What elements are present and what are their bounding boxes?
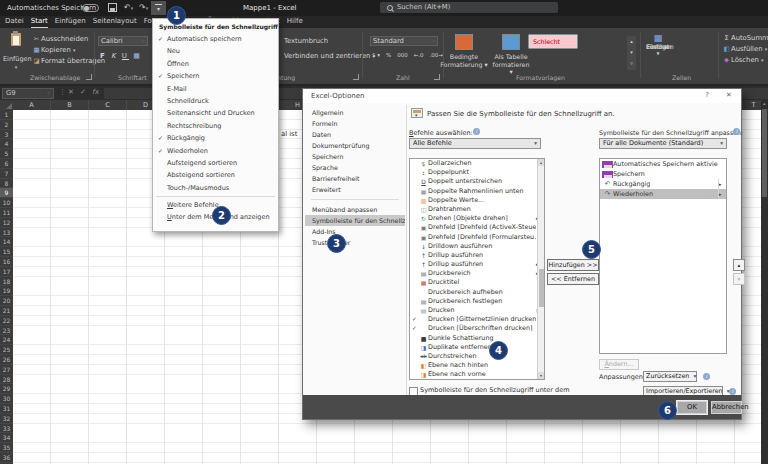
sidebar-item[interactable]: Trust Center (305, 237, 405, 248)
command-item[interactable]: ▥Doppelte Werte... (410, 196, 544, 205)
insert-function-icon[interactable]: fx (92, 88, 99, 96)
scrollbar-thumb[interactable] (539, 269, 544, 307)
sidebar-item[interactable]: Dokumentprüfung (305, 140, 405, 151)
confirm-entry-icon[interactable]: ✓ (80, 88, 86, 96)
row-header[interactable]: 18 (0, 277, 13, 287)
row-header[interactable]: 30 (0, 394, 13, 404)
row-header[interactable]: 14 (0, 237, 13, 247)
editing-button[interactable]: ◈Löschen ▾ (722, 55, 768, 66)
row-header[interactable]: 26 (0, 355, 13, 365)
row-header[interactable]: 32 (0, 414, 13, 424)
move-down-button[interactable]: ▾ (733, 273, 745, 285)
row-header[interactable]: 11 (0, 208, 13, 218)
vertical-scrollbar[interactable]: ▴ (761, 100, 768, 464)
italic-button[interactable]: K (111, 52, 118, 60)
cells-button[interactable]: ▦Format▾ (646, 33, 670, 56)
row-header[interactable]: 6 (0, 159, 13, 169)
customize-qat-select[interactable]: Für alle Dokumente (Standard)▾ (599, 138, 727, 149)
row-header[interactable]: 17 (0, 267, 13, 277)
styles-scroll-arrow[interactable]: ▿ (627, 58, 636, 69)
command-item[interactable]: ✓Drucken [Überschriften drucken] (410, 324, 544, 333)
row-header[interactable]: 9 (0, 188, 13, 198)
move-up-button[interactable]: ▴ (733, 259, 745, 271)
row-header[interactable]: 35 (0, 443, 13, 453)
styles-gallery-scroll[interactable]: ▴▾▿ (627, 36, 636, 70)
row-header[interactable]: 13 (0, 228, 13, 238)
row-header[interactable]: 12 (0, 218, 13, 228)
number-format-icon[interactable]: % (386, 52, 391, 58)
row-header[interactable]: 5 (0, 149, 13, 159)
help-button[interactable]: ? (699, 91, 715, 99)
sidebar-item[interactable]: Add-Ins (305, 226, 405, 237)
cell-style-item[interactable]: Schlecht (530, 36, 576, 47)
row-header[interactable]: 22 (0, 316, 13, 326)
row-header[interactable]: 21 (0, 306, 13, 316)
borders-button[interactable]: ▦ (133, 52, 142, 60)
command-item[interactable]: Druckbereich aufheben (410, 288, 544, 297)
row-header[interactable]: 7 (0, 169, 13, 179)
row-header[interactable]: 31 (0, 404, 13, 414)
number-format-icon[interactable]: $ ▾ (372, 52, 380, 58)
command-item[interactable]: ▤Druckbereich festlegen (410, 297, 544, 306)
alignment-dialog-launcher[interactable] (353, 74, 359, 80)
menu-item[interactable]: ✓Speichern (153, 70, 278, 82)
format-as-table-button[interactable]: Als Tabelleformatieren ▾ (490, 53, 532, 76)
row-header[interactable]: 33 (0, 424, 13, 434)
command-item[interactable]: ↓Drilldown ausführen (410, 242, 544, 251)
qat-item[interactable]: ↷Wiederholen▸ (600, 189, 726, 199)
scroll-up-icon[interactable]: ▴ (538, 159, 544, 166)
close-icon[interactable]: ✕ (721, 91, 737, 99)
cancel-entry-icon[interactable]: ✕ (68, 88, 74, 96)
search-box[interactable]: Suchen (Alt+M) (380, 2, 558, 13)
column-header[interactable]: B (51, 100, 89, 110)
reset-button[interactable]: Zurücksetzen ▾ (643, 371, 697, 382)
underline-button[interactable]: U (122, 52, 129, 60)
modify-button[interactable]: Ändern... (599, 359, 639, 370)
ok-button[interactable]: OK (677, 401, 707, 414)
ribbon-tab[interactable]: Einfügen (55, 16, 86, 28)
sidebar-item[interactable]: Erweitert (305, 184, 405, 195)
menu-item[interactable]: ✓Automatisch speichern (153, 33, 278, 45)
row-header[interactable]: 28 (0, 375, 13, 385)
number-dialog-launcher[interactable] (434, 74, 440, 80)
command-item[interactable]: ▣Drehfeld [Drehfeld (Formularsteu... (410, 233, 544, 242)
ribbon-tab[interactable]: Datei (5, 16, 24, 28)
command-item[interactable]: ▤Druckbereich▸ (410, 269, 544, 278)
row-header[interactable]: 4 (0, 139, 13, 149)
command-item[interactable]: DDoppelt unterstreichen (410, 177, 544, 186)
row-header[interactable]: 10 (0, 198, 13, 208)
menu-item[interactable]: Öffnen (153, 58, 278, 70)
sidebar-item[interactable]: Daten (305, 129, 405, 140)
command-item[interactable]: ◨Ebene nach vorne (410, 370, 544, 379)
bold-button[interactable]: F (100, 52, 107, 60)
command-item[interactable]: ▣Drehfeld [Drehfeld (ActiveX-Steue... (410, 223, 544, 232)
command-item[interactable]: $Dollarzeichen (410, 159, 544, 168)
sidebar-item[interactable]: Barrierefreiheit (305, 173, 405, 184)
scrollbar-thumb[interactable] (762, 109, 767, 197)
row-header[interactable]: 1 (0, 110, 13, 120)
sidebar-item[interactable]: Sprache (305, 162, 405, 173)
sidebar-item[interactable]: Menüband anpassen (305, 204, 405, 215)
styles-scroll-arrow[interactable]: ▾ (627, 47, 636, 58)
undo-dropdown-icon[interactable]: ▾ (131, 5, 134, 11)
row-header[interactable]: 19 (0, 286, 13, 296)
ribbon-tab[interactable]: Seitenlayout (93, 16, 137, 28)
row-header[interactable]: 3 (0, 130, 13, 140)
undo-button[interactable]: ↶▾ (124, 2, 133, 14)
row-header[interactable]: 16 (0, 257, 13, 267)
menu-item[interactable]: Rechtschreibung (153, 120, 278, 132)
command-item[interactable]: ▦Doppelte Rahmenlinien unten (410, 187, 544, 196)
ribbon-tab[interactable]: Hilfe (287, 16, 303, 28)
menu-item[interactable]: Seitenansicht und Drucken (153, 107, 278, 119)
qat-item[interactable]: Speichern (600, 169, 726, 179)
command-item[interactable]: ✓Drucken [Gitternetzlinien drucken] (410, 315, 544, 324)
command-item[interactable]: ↻Drehen [Objekte drehen]▸ (410, 214, 544, 223)
redo-dropdown-icon[interactable]: ▾ (146, 5, 149, 11)
choose-commands-select[interactable]: Alle Befehle▾ (409, 138, 541, 149)
paste-button[interactable]: Einfügen ▾ (3, 31, 29, 73)
command-item[interactable]: ◧Ebene nach hinten (410, 361, 544, 370)
column-header[interactable]: A (13, 100, 51, 110)
menu-item[interactable]: E-Mail (153, 83, 278, 95)
command-item[interactable]: abDurchstreichen (410, 352, 544, 361)
number-format-icon[interactable]: 000 (397, 52, 408, 58)
